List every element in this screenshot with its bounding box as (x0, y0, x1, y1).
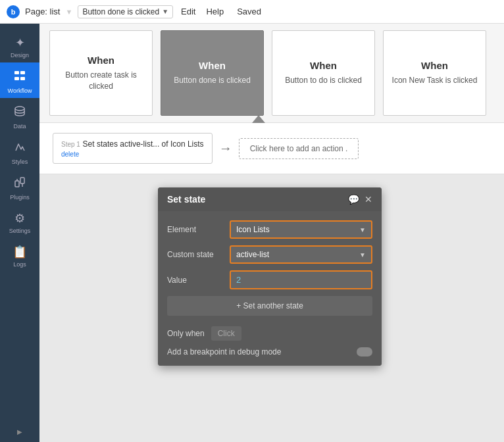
step-1-box[interactable]: Step 1 Set states active-list... of Icon… (53, 133, 213, 164)
card1-when-label: When (88, 55, 114, 66)
sidebar-label-logs: Logs (13, 261, 26, 268)
svg-rect-0 (14, 71, 19, 74)
svg-rect-3 (20, 77, 25, 80)
debug-row: Add a breakpoint in debug mode (167, 347, 372, 356)
workflow-icon (13, 69, 26, 86)
card3-when-desc: Button to do is clicked (285, 75, 362, 86)
card4-when-desc: Icon New Task is clicked (392, 75, 478, 86)
modal-comment-icon[interactable]: 💬 (348, 194, 359, 205)
sidebar-expand-icon[interactable]: ▶ (17, 428, 22, 435)
set-another-state-button[interactable]: + Set another state (167, 296, 372, 316)
logs-icon: 📋 (13, 245, 27, 259)
svg-point-4 (15, 107, 24, 110)
sidebar-label-plugins: Plugins (10, 194, 30, 201)
sidebar-item-logs[interactable]: 📋 Logs (0, 238, 39, 272)
modal-close-icon[interactable]: ✕ (365, 194, 372, 205)
card-button-done[interactable]: When Button done is clicked (161, 30, 264, 116)
step1-label: Step 1 (61, 141, 80, 148)
chevron-down-icon: ▼ (162, 8, 168, 15)
card2-when-desc: Button done is clicked (174, 75, 251, 86)
card3-when-label: When (310, 60, 337, 71)
sidebar-item-design[interactable]: ✦ Design (0, 29, 39, 62)
element-label: Element (167, 225, 223, 234)
value-label: Value (167, 276, 223, 285)
sidebar-label-settings: Settings (9, 228, 31, 234)
set-state-modal: Set state 💬 ✕ Element Icon Lists ▼ (158, 187, 382, 366)
sidebar-item-settings[interactable]: ⚙ Settings (0, 205, 39, 238)
trigger-dropdown[interactable]: Button done is clicked ▼ (78, 5, 173, 18)
only-when-row: Only when Click (167, 326, 372, 341)
content-area: When Button create task is clicked When … (39, 24, 504, 442)
svg-rect-5 (15, 181, 19, 187)
settings-icon: ⚙ (14, 211, 25, 226)
modal-title: Set state (167, 194, 205, 205)
only-when-click[interactable]: Click (211, 326, 241, 341)
design-icon: ✦ (15, 36, 25, 50)
card-button-todo[interactable]: When Button to do is clicked (272, 30, 375, 116)
add-action-box[interactable]: Click here to add an action . (239, 138, 359, 159)
element-select[interactable]: Icon Lists ▼ (230, 220, 372, 239)
debug-label: Add a breakpoint in debug mode (167, 347, 281, 356)
sidebar-item-data[interactable]: Data (0, 98, 39, 134)
card1-when-desc: Button create task is clicked (57, 70, 145, 92)
app-logo: b (7, 5, 20, 18)
topbar-nav: Edit Help Saved (181, 7, 261, 16)
modal-body: Element Icon Lists ▼ Custom state active… (158, 211, 382, 366)
steps-area: Step 1 Set states active-list... of Icon… (39, 123, 504, 174)
sidebar-item-plugins[interactable]: Plugins (0, 169, 39, 205)
value-row: Value 2 (167, 270, 372, 289)
page-label: Page: list (25, 7, 60, 16)
modal-header-icons: 💬 ✕ (348, 194, 372, 205)
custom-state-select[interactable]: active-list ▼ (230, 245, 372, 264)
custom-state-arrow: ▼ (359, 251, 366, 258)
help-nav[interactable]: Help (206, 7, 224, 16)
value-input[interactable]: 2 (230, 270, 372, 289)
page-arrow: ▼ (65, 8, 72, 16)
sidebar-label-styles: Styles (12, 159, 28, 165)
main-layout: ✦ Design Workflow Dat (0, 24, 504, 442)
custom-state-row: Custom state active-list ▼ (167, 245, 372, 264)
debug-toggle[interactable] (357, 347, 372, 356)
card4-when-label: When (421, 60, 448, 71)
step1-text: Set states active-list... of Icon Lists (83, 139, 204, 149)
only-when-value: Click (218, 329, 235, 338)
saved-status: Saved (237, 7, 261, 16)
card2-when-label: When (199, 60, 226, 71)
modal-header: Set state 💬 ✕ (158, 187, 382, 211)
add-action-text: Click here to add an action . (250, 144, 348, 153)
sidebar-label-design: Design (11, 52, 29, 59)
element-select-arrow: ▼ (359, 226, 366, 233)
only-when-label: Only when (167, 329, 205, 338)
card-icon-new-task[interactable]: When Icon New Task is clicked (383, 30, 486, 116)
custom-state-label: Custom state (167, 250, 223, 259)
styles-icon (13, 140, 26, 157)
step-arrow: → (219, 141, 232, 156)
svg-rect-1 (20, 71, 25, 74)
topbar: b Page: list ▼ Button done is clicked ▼ … (0, 0, 504, 24)
plugins-icon (13, 176, 26, 192)
sidebar: ✦ Design Workflow Dat (0, 24, 39, 442)
element-select-value: Icon Lists (236, 225, 270, 234)
element-row: Element Icon Lists ▼ (167, 220, 372, 239)
value-display: 2 (236, 275, 241, 285)
workflow-cards-row: When Button create task is clicked When … (39, 24, 504, 123)
step1-delete[interactable]: delete (61, 151, 204, 158)
sidebar-item-styles[interactable]: Styles (0, 134, 39, 169)
edit-nav[interactable]: Edit (181, 7, 195, 16)
svg-rect-2 (14, 77, 19, 80)
card-create-task[interactable]: When Button create task is clicked (49, 30, 153, 116)
svg-rect-6 (20, 178, 24, 184)
custom-state-value: active-list (236, 250, 269, 259)
data-icon (13, 105, 26, 121)
sidebar-item-workflow[interactable]: Workflow (0, 62, 39, 98)
triangle-pointer (252, 115, 265, 123)
modal-area: Set state 💬 ✕ Element Icon Lists ▼ (39, 174, 504, 442)
sidebar-label-workflow: Workflow (8, 87, 32, 94)
trigger-dropdown-label: Button done is clicked (82, 7, 159, 16)
sidebar-label-data: Data (13, 123, 26, 130)
